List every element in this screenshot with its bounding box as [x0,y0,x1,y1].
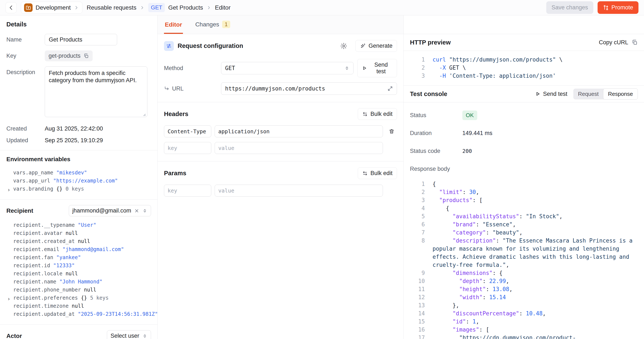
property-row: recipient.email "jhammond@gmail.com" [6,245,151,254]
header-value-input[interactable] [215,142,383,154]
resize-handle-icon[interactable] [142,112,146,116]
name-input[interactable] [45,34,117,45]
tab-changes[interactable]: Changes 1 [194,21,231,34]
expand-chevron-icon[interactable]: › [7,186,10,194]
code-line: 1curl "https://dummyjson.com/products" \ [410,56,638,64]
copy-icon[interactable] [84,53,89,58]
line-number: 2 [410,64,425,72]
expand-icon[interactable] [388,86,393,91]
header-key-input[interactable] [164,142,211,154]
param-key-input[interactable] [164,184,211,196]
property-row: recipient.updated_at "2025-09-23T14:56:3… [6,310,151,318]
headers-bulk-edit-button[interactable]: Bulk edit [358,108,397,120]
line-number: 4 [410,204,425,212]
recipient-title: Recipient [6,208,33,214]
clear-icon[interactable] [134,208,139,213]
http-preview-title: HTTP preview [410,39,451,46]
status-code-row: Status code 200 [410,142,638,160]
breadcrumb: Reusable requests GET Get Products Edito… [87,3,231,12]
property-row: recipient.avatar null [6,229,151,237]
breadcrumb-parent[interactable]: Reusable requests [87,4,136,11]
actor-select[interactable]: Select user [107,330,151,339]
property-value: "12333" [53,262,75,268]
headers-title: Headers [164,110,188,118]
code-line: 9 "dimensions": { [410,269,638,277]
header-key-input[interactable] [164,126,211,137]
code-line: 16 "images": [ [410,326,638,334]
copy-curl-button[interactable]: Copy cURL [599,39,638,46]
params-title: Params [164,170,186,177]
property-row: ›vars.branding {} 0 keys [6,185,151,193]
sparkles-icon [360,43,366,49]
code-content: { [432,204,449,212]
property-key: vars.app_name [13,170,56,176]
property-value: "https://example.com" [53,178,118,184]
name-label: Name [6,36,45,43]
code-line: 10 "depth": 22.99, [410,277,638,285]
line-number: 2 [410,188,425,196]
property-key: recipient.preferences [13,295,81,301]
property-row: ›recipient.preferences {} 5 keys [6,294,151,302]
settings-button[interactable] [340,42,347,50]
property-key: recipient.name [13,279,60,285]
property-row: recipient.timezone null [6,302,151,310]
line-number: 11 [410,285,425,293]
toggle-response[interactable]: Response [603,88,638,100]
property-value: null [72,303,84,309]
env-title: Environment variables [6,156,151,163]
code-content: curl "https://dummyjson.com/products" \ [432,56,563,64]
code-content: "limit": 30, [432,188,479,196]
copy-icon [632,40,638,45]
project-switcher[interactable]: Development [21,2,82,14]
actor-title: Actor [6,332,22,339]
property-suffix: 5 keys [87,295,108,301]
back-button[interactable] [6,2,16,13]
header-value-input[interactable] [215,126,383,137]
recipient-select[interactable]: jhammond@gmail.com [69,205,151,216]
status-label: Status [410,112,462,118]
line-number: 12 [410,293,425,301]
code-content: -H 'Content-Type: application/json' [432,72,556,80]
breadcrumb-request-name[interactable]: Get Products [168,4,203,11]
property-value: null [84,287,96,293]
status-code-value: 200 [462,148,472,154]
property-row: recipient.locale null [6,270,151,278]
promote-button[interactable]: Promote [598,1,638,14]
chevron-up-down-icon [344,66,350,71]
tab-editor[interactable]: Editor [164,21,183,34]
line-number: 14 [410,310,425,318]
property-row: recipient.phone_number null [6,286,151,294]
request-response-toggle: Request Response [573,88,638,100]
url-input[interactable]: https://dummyjson.com/products [221,82,397,95]
code-line: 6 "brand": "Essence", [410,220,638,228]
delete-header-button[interactable] [389,128,394,134]
chevron-up-down-icon [142,208,147,213]
toggle-request[interactable]: Request [573,88,603,100]
updated-label: Updated [6,137,45,144]
chevron-right-icon [74,5,79,10]
generate-button[interactable]: Generate [356,40,397,52]
line-number: 10 [410,277,425,285]
code-line: 2 "limit": 30, [410,188,638,196]
top-bar: Development Reusable requests GET Get Pr… [0,0,644,15]
description-textarea[interactable]: Fetch products from a specific category … [45,66,147,117]
property-key: recipient.phone_number [13,287,84,293]
console-send-test-button[interactable]: Send test [535,91,567,97]
method-select[interactable]: GET [221,62,354,74]
params-bulk-edit-button[interactable]: Bulk edit [358,167,397,179]
line-number: 1 [410,56,425,64]
property-value: {} [81,295,87,301]
line-number: 9 [410,269,425,277]
save-changes-button[interactable]: Save changes [546,1,593,14]
code-line: 17 "https://cdn.dummyjson.com/product-im… [410,334,638,339]
line-number: 17 [410,334,425,339]
response-body-label: Response body [410,166,462,172]
param-value-input[interactable] [215,184,383,196]
trash-icon [389,128,394,134]
line-number: 3 [410,196,425,204]
property-value: {} [56,186,62,192]
send-test-button[interactable]: Send test [357,59,397,77]
play-icon [535,91,540,97]
code-content: "dimensions": { [432,269,502,277]
code-content: { [432,180,436,188]
